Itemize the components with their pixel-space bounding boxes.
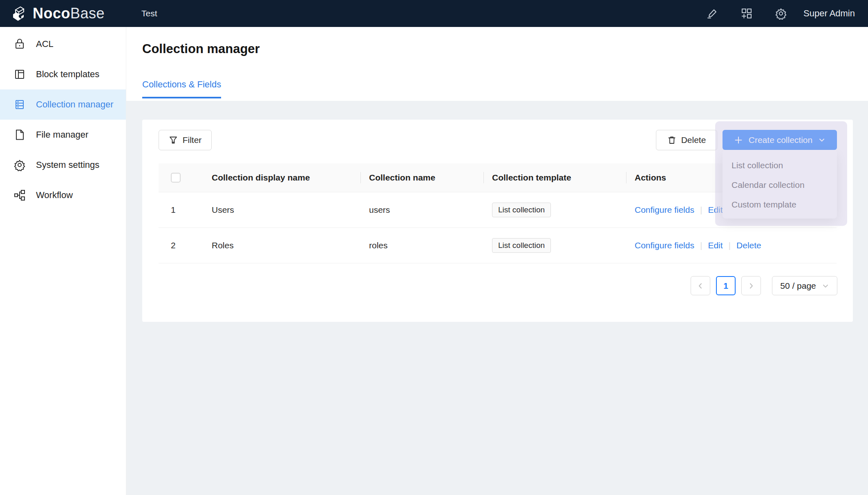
delete-button[interactable]: Delete bbox=[656, 130, 717, 150]
create-collection-button-label: Create collection bbox=[749, 135, 812, 145]
sidebar-item-label: File manager bbox=[36, 129, 88, 140]
template-tag: List collection bbox=[492, 238, 551, 253]
chevron-right-icon bbox=[747, 282, 755, 290]
brand[interactable]: NocoBase bbox=[0, 5, 127, 22]
cell-template: List collection bbox=[484, 227, 626, 263]
create-collection-button[interactable]: Create collection bbox=[723, 130, 837, 150]
edit-link[interactable]: Edit bbox=[708, 205, 723, 214]
sidebar-item-label: Workflow bbox=[36, 190, 73, 201]
database-icon bbox=[13, 98, 26, 111]
nocobase-logo-icon bbox=[11, 5, 27, 22]
top-bar: NocoBase Test Super Admin bbox=[0, 0, 868, 27]
sidebar-item-label: Block templates bbox=[36, 69, 99, 80]
cell-name: roles bbox=[361, 227, 484, 263]
sidebar-item-file-manager[interactable]: File manager bbox=[0, 120, 126, 150]
page-title: Collection manager bbox=[142, 42, 260, 56]
sidebar-item-block-templates[interactable]: Block templates bbox=[0, 59, 126, 89]
chevron-left-icon bbox=[697, 282, 704, 290]
menu-item-list-collection[interactable]: List collection bbox=[723, 156, 837, 175]
column-header-name: Collection name bbox=[361, 163, 484, 192]
brand-name: NocoBase bbox=[33, 5, 105, 22]
sidebar-item-acl[interactable]: ACL bbox=[0, 29, 126, 59]
sidebar-item-system-settings[interactable]: System settings bbox=[0, 150, 126, 180]
pagination-prev-button[interactable] bbox=[691, 276, 710, 295]
cell-display-name: Users bbox=[204, 192, 361, 227]
tab-collections-and-fields[interactable]: Collections & Fields bbox=[142, 79, 221, 98]
action-divider: | bbox=[700, 241, 702, 250]
sidebar-item-label: Collection manager bbox=[36, 99, 114, 110]
trash-icon bbox=[667, 136, 676, 145]
filter-icon bbox=[169, 136, 178, 145]
column-header-display-name: Collection display name bbox=[204, 163, 361, 192]
file-icon bbox=[13, 129, 26, 141]
chevron-down-icon bbox=[818, 136, 825, 144]
filter-button-label: Filter bbox=[183, 135, 202, 145]
lock-icon bbox=[13, 38, 26, 50]
sidebar-item-label: System settings bbox=[36, 160, 99, 170]
sidebar-item-workflow[interactable]: Workflow bbox=[0, 180, 126, 210]
user-menu[interactable]: Super Admin bbox=[803, 8, 855, 19]
configure-fields-link[interactable]: Configure fields bbox=[635, 241, 694, 250]
template-tag: List collection bbox=[492, 203, 551, 217]
cell-name: users bbox=[361, 192, 484, 227]
filter-button[interactable]: Filter bbox=[159, 130, 212, 150]
menu-item-calendar-collection[interactable]: Calendar collection bbox=[723, 175, 837, 195]
sidebar-item-collection-manager[interactable]: Collection manager bbox=[0, 89, 126, 120]
highlighter-icon[interactable] bbox=[706, 7, 718, 20]
gear-icon bbox=[13, 159, 26, 171]
action-divider: | bbox=[729, 241, 731, 250]
content-header-band bbox=[126, 27, 868, 101]
page-size-select[interactable]: 50 / page bbox=[772, 276, 837, 295]
topbar-icons bbox=[706, 7, 787, 20]
cell-template: List collection bbox=[484, 192, 626, 227]
select-all-checkbox[interactable] bbox=[171, 173, 181, 183]
row-index: 2 bbox=[159, 227, 204, 263]
menu-item-custom-template[interactable]: Custom template bbox=[723, 195, 837, 214]
header-checkbox-cell bbox=[159, 163, 204, 192]
edit-link[interactable]: Edit bbox=[708, 241, 723, 250]
delete-link[interactable]: Delete bbox=[736, 241, 761, 250]
pagination-next-button[interactable] bbox=[741, 276, 761, 295]
chevron-down-icon bbox=[822, 282, 829, 290]
layout-icon bbox=[13, 68, 26, 80]
plus-icon bbox=[734, 136, 743, 145]
delete-button-label: Delete bbox=[681, 135, 706, 145]
row-index: 1 bbox=[159, 192, 204, 227]
sidebar: ACL Block templates Collection manager bbox=[0, 27, 126, 495]
sidebar-item-label: ACL bbox=[36, 39, 54, 49]
action-divider: | bbox=[700, 205, 702, 214]
table-row: 2 Roles roles List collection Configure … bbox=[159, 227, 837, 263]
appstore-add-icon[interactable] bbox=[740, 7, 753, 20]
page-size-value: 50 / page bbox=[780, 281, 816, 291]
cell-actions: Configure fields|Edit|Delete bbox=[626, 227, 837, 263]
cell-display-name: Roles bbox=[204, 227, 361, 263]
create-collection-dropdown: List collection Calendar collection Cust… bbox=[723, 150, 837, 219]
column-header-template: Collection template bbox=[484, 163, 626, 192]
configure-fields-link[interactable]: Configure fields bbox=[635, 205, 694, 214]
workflow-icon bbox=[13, 189, 26, 201]
pagination-page-1[interactable]: 1 bbox=[716, 276, 736, 295]
gear-icon[interactable] bbox=[775, 7, 787, 20]
top-nav-item-test[interactable]: Test bbox=[141, 9, 157, 18]
